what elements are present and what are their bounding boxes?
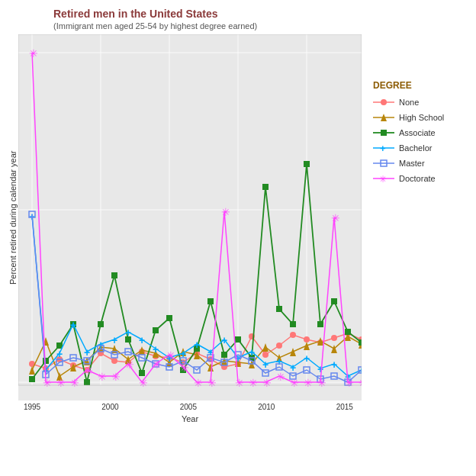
chart-container: Retired men in the United States (Immigr… [0, 0, 476, 476]
svg-text:✳: ✳ [70, 377, 79, 389]
svg-rect-58 [43, 358, 49, 364]
legend-label-doc: Doctorate [399, 174, 436, 183]
svg-text:✳: ✳ [56, 377, 66, 389]
svg-text:✳: ✳ [125, 359, 134, 371]
svg-rect-74 [262, 184, 269, 190]
svg-rect-62 [98, 321, 104, 327]
svg-text:+: + [70, 319, 76, 331]
legend-label-none: None [399, 98, 419, 107]
svg-rect-163 [381, 130, 387, 136]
x-tick-labels: 1995 2000 2005 2010 2015 [18, 403, 362, 411]
svg-rect-71 [221, 352, 227, 358]
svg-rect-77 [304, 161, 310, 167]
svg-rect-75 [276, 306, 282, 312]
svg-text:✳: ✳ [166, 349, 175, 362]
svg-text:✳: ✳ [249, 377, 258, 389]
legend-item-none: None [373, 97, 468, 108]
svg-text:+: + [125, 326, 131, 339]
svg-rect-76 [290, 321, 296, 327]
svg-text:+: + [380, 143, 386, 153]
doc-line [32, 53, 362, 382]
svg-text:+: + [317, 363, 323, 375]
svg-marker-32 [29, 366, 35, 375]
svg-text:✳: ✳ [207, 377, 217, 389]
svg-text:✳: ✳ [139, 377, 148, 389]
svg-text:✳: ✳ [111, 371, 121, 383]
svg-text:+: + [262, 359, 269, 371]
legend: DEGREE None High School [362, 34, 468, 400]
svg-text:+: + [304, 352, 310, 365]
svg-text:✳: ✳ [194, 377, 203, 389]
svg-rect-70 [207, 298, 214, 304]
svg-rect-65 [139, 370, 145, 376]
legend-label-bach: Bachelor [399, 143, 432, 153]
svg-text:✳: ✳ [180, 362, 189, 374]
plot-svg: + + + + + + + + + + + + + + + [18, 34, 362, 400]
svg-rect-63 [111, 272, 117, 278]
chart-inner: 0 1 2 [18, 34, 468, 423]
svg-rect-67 [166, 315, 172, 321]
x-tick-2005: 2005 [180, 403, 197, 411]
svg-text:+: + [331, 359, 337, 371]
svg-text:✳: ✳ [221, 206, 230, 218]
svg-point-159 [381, 99, 387, 105]
legend-item-assoc: Associate [373, 127, 468, 138]
svg-text:✳: ✳ [304, 377, 313, 389]
legend-item-master: Master [373, 158, 468, 169]
svg-text:+: + [84, 346, 90, 359]
svg-text:✳: ✳ [359, 377, 362, 389]
x-tick-2015: 2015 [336, 403, 353, 411]
svg-text:+: + [194, 339, 200, 351]
svg-rect-80 [345, 329, 351, 335]
x-tick-1995: 1995 [24, 403, 40, 411]
legend-label-master: Master [399, 159, 425, 168]
legend-item-doc: ✳ Doctorate [373, 173, 468, 184]
svg-text:✳: ✳ [276, 371, 285, 383]
svg-rect-79 [331, 298, 337, 304]
y-axis-label: Percent retired during calendar year [8, 34, 18, 400]
svg-text:✳: ✳ [153, 359, 162, 371]
svg-text:✳: ✳ [331, 212, 340, 224]
svg-marker-49 [262, 343, 269, 352]
chart-title: Retired men in the United States [53, 8, 468, 20]
chart-subtitle: (Immigrant men aged 25-54 by highest deg… [53, 21, 468, 31]
svg-text:✳: ✳ [345, 377, 354, 389]
svg-text:✳: ✳ [235, 377, 244, 389]
svg-text:✳: ✳ [98, 371, 107, 383]
svg-text:✳: ✳ [84, 365, 93, 377]
x-axis-label: Year [18, 414, 362, 423]
svg-text:✳: ✳ [262, 377, 272, 389]
svg-text:+: + [290, 362, 296, 374]
legend-item-bach: + Bachelor [373, 143, 468, 153]
svg-rect-72 [235, 336, 241, 343]
svg-point-13 [111, 358, 117, 364]
svg-point-29 [331, 335, 337, 341]
svg-text:+: + [249, 346, 255, 359]
svg-text:+: + [139, 334, 145, 346]
svg-rect-61 [84, 379, 90, 385]
svg-text:+: + [111, 334, 117, 346]
svg-text:✳: ✳ [317, 377, 326, 389]
x-tick-2000: 2000 [101, 403, 118, 411]
legend-label-assoc: Associate [399, 128, 436, 137]
svg-text:✳: ✳ [379, 174, 387, 184]
svg-point-26 [290, 332, 296, 338]
svg-text:✳: ✳ [43, 377, 52, 389]
svg-rect-66 [153, 327, 159, 333]
plot-wrapper: 0 1 2 [18, 34, 362, 400]
svg-point-25 [276, 343, 282, 349]
svg-text:+: + [153, 343, 159, 355]
svg-rect-57 [29, 376, 35, 382]
svg-rect-81 [359, 339, 362, 346]
svg-text:+: + [56, 348, 63, 360]
svg-text:+: + [276, 355, 282, 368]
legend-title: DEGREE [373, 80, 468, 91]
plot-and-legend: 0 1 2 [18, 34, 468, 400]
svg-text:+: + [221, 334, 227, 346]
svg-point-27 [304, 336, 310, 343]
x-tick-2010: 2010 [258, 403, 275, 411]
svg-text:✳: ✳ [290, 377, 299, 389]
svg-text:✳: ✳ [29, 47, 38, 60]
svg-point-24 [262, 352, 269, 358]
legend-label-hs: High School [399, 113, 444, 122]
